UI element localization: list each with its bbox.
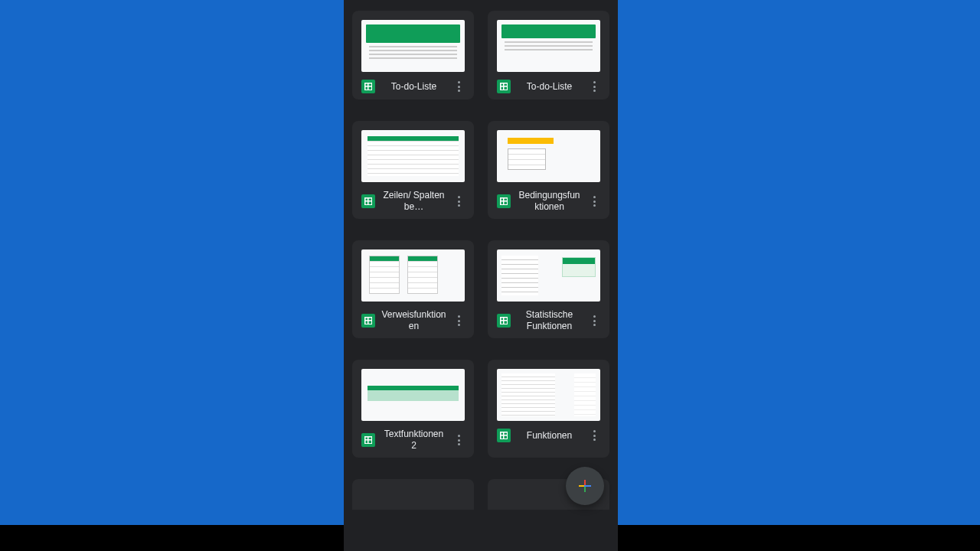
file-title: Bedingungsfunktionen	[517, 190, 582, 213]
file-title: To-do-Liste	[517, 81, 582, 93]
more-icon[interactable]	[452, 315, 465, 326]
more-icon[interactable]	[452, 196, 465, 207]
file-card[interactable]: Statistische Funktionen	[488, 240, 609, 338]
file-card[interactable]: Funktionen	[488, 360, 609, 458]
more-icon[interactable]	[452, 81, 465, 92]
file-title: Statistische Funktionen	[517, 309, 582, 332]
file-title: Zeilen/ Spalten be…	[381, 190, 446, 213]
file-card-partial[interactable]	[352, 479, 474, 510]
file-thumbnail	[497, 130, 600, 182]
fab-new[interactable]	[566, 467, 604, 505]
plus-icon	[576, 477, 594, 495]
files-grid: To-do-Liste To-do-Liste	[352, 0, 609, 458]
svg-rect-4	[584, 485, 586, 487]
sheets-icon	[497, 194, 511, 208]
file-title: Verweisfunktionen	[381, 309, 446, 332]
more-icon[interactable]	[588, 430, 600, 441]
sheets-icon	[497, 314, 511, 328]
sheets-icon	[497, 80, 511, 93]
svg-rect-1	[586, 485, 591, 487]
svg-rect-2	[584, 487, 586, 492]
sheets-icon	[361, 433, 375, 447]
file-card[interactable]: To-do-Liste	[488, 11, 609, 99]
file-thumbnail	[361, 369, 465, 421]
more-icon[interactable]	[452, 435, 465, 445]
sheets-icon	[361, 314, 375, 328]
svg-rect-0	[584, 480, 586, 485]
file-title: Funktionen	[517, 430, 582, 442]
file-thumbnail	[497, 249, 600, 302]
svg-rect-3	[579, 485, 584, 487]
more-icon[interactable]	[588, 81, 600, 92]
more-icon[interactable]	[588, 196, 600, 207]
file-thumbnail	[361, 20, 465, 72]
file-card[interactable]: Textfunktionen 2	[352, 360, 474, 458]
file-card[interactable]: To-do-Liste	[352, 11, 474, 99]
more-icon[interactable]	[588, 315, 600, 326]
sheets-icon	[361, 80, 375, 93]
file-card[interactable]: Verweisfunktionen	[352, 240, 474, 338]
file-card[interactable]: Bedingungsfunktionen	[488, 121, 609, 219]
file-title: To-do-Liste	[381, 81, 446, 93]
file-thumbnail	[497, 369, 600, 421]
file-thumbnail	[361, 249, 465, 302]
file-thumbnail	[361, 130, 465, 182]
sheets-icon	[497, 429, 511, 442]
sheets-icon	[361, 194, 375, 208]
file-thumbnail	[497, 20, 600, 72]
file-card[interactable]: Zeilen/ Spalten be…	[352, 121, 474, 219]
phone-frame: To-do-Liste To-do-Liste	[344, 0, 618, 551]
file-title: Textfunktionen 2	[381, 429, 446, 452]
